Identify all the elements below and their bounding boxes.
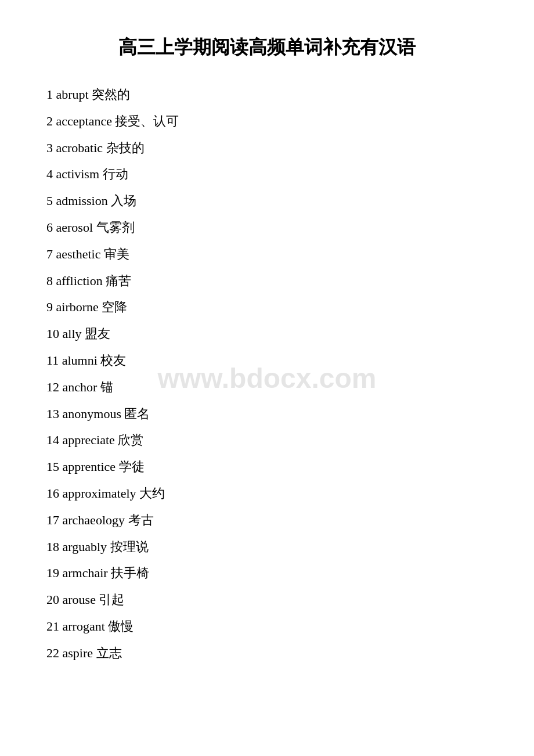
word-chinese: 痛苦: [106, 273, 131, 288]
list-item: 6 aerosol 气雾剂: [46, 214, 488, 241]
list-item: 16 approximately 大约: [46, 480, 488, 507]
word-english: arouse: [63, 592, 99, 607]
list-item: 8 affliction 痛苦: [46, 268, 488, 294]
word-chinese: 立志: [96, 646, 122, 660]
word-english: apprentice: [63, 459, 119, 474]
word-number: 17: [46, 513, 63, 527]
word-number: 14: [46, 433, 63, 447]
word-number: 9: [46, 300, 56, 314]
word-chinese: 考古: [128, 513, 154, 527]
word-number: 6: [46, 220, 56, 235]
word-english: acrobatic: [56, 141, 106, 155]
word-english: acceptance: [56, 114, 116, 128]
word-english: armchair: [63, 566, 111, 580]
list-item: 19 armchair 扶手椅: [46, 560, 488, 586]
word-chinese: 锚: [100, 380, 113, 394]
word-number: 8: [46, 273, 56, 288]
word-chinese: 杂技的: [106, 141, 145, 155]
list-item: 21 arrogant 傲慢: [46, 613, 488, 640]
list-item: 11 alumni 校友: [46, 347, 488, 374]
word-number: 18: [46, 539, 63, 554]
word-number: 16: [46, 486, 63, 501]
word-chinese: 学徒: [119, 459, 145, 474]
word-number: 5: [46, 193, 56, 208]
word-number: 20: [46, 592, 63, 607]
word-english: aerosol: [56, 220, 96, 235]
word-chinese: 气雾剂: [96, 220, 135, 235]
word-english: archaeology: [63, 513, 128, 527]
word-english: affliction: [56, 273, 106, 288]
word-english: aesthetic: [56, 247, 104, 261]
list-item: 7 aesthetic 审美: [46, 241, 488, 268]
word-chinese: 按理说: [110, 539, 149, 554]
word-chinese: 审美: [104, 247, 129, 261]
word-list: 1 abrupt 突然的2 acceptance 接受、认可3 acrobati…: [46, 81, 488, 667]
word-number: 21: [46, 619, 63, 633]
word-english: aspire: [63, 646, 96, 660]
word-english: arrogant: [63, 619, 109, 633]
word-number: 7: [46, 247, 56, 261]
list-item: 5 admission 入场: [46, 188, 488, 214]
list-item: 22 aspire 立志: [46, 640, 488, 667]
word-english: ally: [63, 326, 85, 341]
word-english: anonymous: [63, 406, 125, 421]
word-chinese: 突然的: [92, 87, 130, 102]
word-chinese: 行动: [103, 167, 128, 181]
word-number: 13: [46, 406, 63, 421]
word-chinese: 欣赏: [118, 433, 143, 447]
word-number: 10: [46, 326, 63, 341]
list-item: 18 arguably 按理说: [46, 534, 488, 560]
word-number: 1: [46, 87, 56, 102]
word-english: arguably: [63, 539, 110, 554]
list-item: 4 activism 行动: [46, 161, 488, 188]
word-english: activism: [56, 167, 103, 181]
word-english: airborne: [56, 300, 102, 314]
word-number: 2: [46, 114, 56, 128]
word-chinese: 校友: [100, 353, 126, 368]
list-item: 17 archaeology 考古: [46, 507, 488, 534]
list-item: 2 acceptance 接受、认可: [46, 108, 488, 135]
list-item: 12 anchor 锚: [46, 374, 488, 401]
word-number: 4: [46, 167, 56, 181]
word-chinese: 大约: [139, 486, 165, 501]
word-number: 3: [46, 141, 56, 155]
word-english: abrupt: [56, 87, 92, 102]
word-number: 19: [46, 566, 63, 580]
page-title: 高三上学期阅读高频单词补充有汉语: [46, 35, 488, 60]
word-chinese: 引起: [99, 592, 124, 607]
list-item: 1 abrupt 突然的: [46, 81, 488, 108]
list-item: 10 ally 盟友: [46, 321, 488, 347]
list-item: 9 airborne 空降: [46, 294, 488, 321]
word-english: approximately: [63, 486, 140, 501]
list-item: 13 anonymous 匿名: [46, 401, 488, 427]
list-item: 20 arouse 引起: [46, 586, 488, 613]
word-chinese: 扶手椅: [111, 566, 149, 580]
word-number: 22: [46, 646, 63, 660]
word-chinese: 空降: [102, 300, 127, 314]
word-number: 15: [46, 459, 63, 474]
word-english: alumni: [62, 353, 101, 368]
word-english: admission: [56, 193, 111, 208]
word-number: 11: [46, 353, 62, 368]
word-chinese: 入场: [111, 193, 136, 208]
word-chinese: 傲慢: [108, 619, 134, 633]
word-english: appreciate: [63, 433, 118, 447]
list-item: 3 acrobatic 杂技的: [46, 135, 488, 161]
word-number: 12: [46, 380, 63, 394]
list-item: 14 appreciate 欣赏: [46, 427, 488, 453]
list-item: 15 apprentice 学徒: [46, 453, 488, 480]
word-chinese: 盟友: [85, 326, 110, 341]
word-english: anchor: [63, 380, 100, 394]
word-chinese: 接受、认可: [115, 114, 179, 128]
word-chinese: 匿名: [124, 406, 150, 421]
